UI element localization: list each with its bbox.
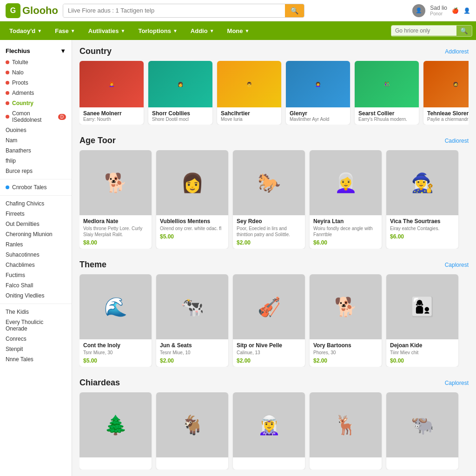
country-cards-row: 👩‍🦰 Sanee Molnerr Earry: Nourth 👩 Shorr … [79,61,469,125]
search-submit-button[interactable]: 🔍 [285,4,304,17]
section-link-chiardeas[interactable]: Caplorest [445,380,469,386]
sidebar-item-nam[interactable]: Nam [0,135,72,145]
card-desc: Eiray eatche Contagies. [390,225,455,231]
card-image: 🐃 [386,392,458,457]
nav-fase-label: Fase [55,27,69,34]
sidebar-item-label: Nalo [12,69,24,76]
sidebar-item-label: Conrecs [6,336,26,342]
section-chiardeas: Chiardeas Caplorest 🌲 🐐 [79,378,469,469]
card-image: 🐕 [79,150,152,215]
card-price: $5.00 [160,233,225,240]
card-image: 👩 [148,61,212,107]
section-link-theme[interactable]: Caplorest [445,262,469,268]
theme-cards-row: 🌊 Cont the Inoly Tsnr Miure, 30 $5.00 🐄 … [79,274,469,367]
chiardeas-cards-row: 🌲 🐐 🧝‍♀️ [79,392,469,469]
card-image: 🦌 [310,392,382,457]
list-item[interactable]: 🐐 [156,392,228,469]
chevron-down-icon: ▼ [210,28,214,33]
list-item[interactable]: 👨 Sahclhrtier Move Iuria [217,61,281,125]
sidebar-item-label: Tolulte [12,59,28,66]
list-item[interactable]: 👩 Shorr Cobllies Shore Dootil mocl [148,61,212,125]
nav-mone[interactable]: Mone ▼ [222,24,255,38]
sidebar-divider [0,304,72,304]
search-input[interactable] [63,4,285,17]
card-name: Sey Rdeo [237,218,301,225]
sidebar-item-out-dernilties[interactable]: Out Dernilties [0,219,72,229]
list-item[interactable]: 🐕 Medlora Nate Vols throne Petty Lore. C… [79,150,152,249]
list-item[interactable]: 🐎 Sey Rdeo Poor, Eoecled in lirs and thi… [233,150,305,249]
list-item[interactable]: 🦌 [310,392,382,469]
sidebar-item-falco-shall[interactable]: Falco Shall [0,280,72,291]
list-item[interactable]: 👩‍🦱 Glenyr Mavlinther Ayr Aold [286,61,350,125]
list-item[interactable]: 🧙‍♀️ Vica The Sourtraes Eiray eatche Con… [386,150,458,249]
sidebar-item-ouoines[interactable]: Ouoines [0,125,72,135]
list-item[interactable]: 👩‍🦰 Sanee Molnerr Earry: Nourth [79,61,144,125]
sidebar-item-comon[interactable]: Comon ISeddolnest D [0,108,72,125]
sidebar-item-fuctims[interactable]: Fuctims [0,270,72,280]
list-item[interactable]: 👫 Searst Collier Earry's Rhuula modern. [355,61,419,125]
sidebar-item-chafing[interactable]: Chafing Chivics [0,198,72,209]
list-item[interactable]: 🧝‍♀️ [233,392,305,469]
list-item[interactable]: 🐄 Jun & Seats Tesnr Miue, 10 $2.00 [156,274,228,367]
sidebar-item-label: The Kidis [6,309,29,315]
nav-fase[interactable]: Fase ▼ [49,24,81,38]
age-tor-cards-row: 🐕 Medlora Nate Vols throne Petty Lore. C… [79,150,469,249]
card-image: 🌊 [79,274,152,339]
user-area: 👤 Sad lio Ponor 🍎 👤 [412,4,470,17]
sidebar-item-nnne-tales[interactable]: Nnne Tales [0,354,72,364]
sidebar-item-every-thoulicic[interactable]: Every Thoulicic Onerade [0,317,72,334]
nav-torloptions[interactable]: Torloptions ▼ [132,24,183,38]
section-header-age-tor: Age Toor Cadiorest [79,136,469,145]
sidebar-item-conrecs[interactable]: Conrecs [0,334,72,344]
apple-icon: 🍎 [452,7,459,14]
secondary-search-button[interactable]: 🔍 [456,26,472,36]
sidebar-header[interactable]: Flechius ▼ [0,45,72,57]
sidebar-item-fhlip[interactable]: fhlip [0,156,72,166]
section-link-age-tor[interactable]: Cadiorest [445,138,469,144]
sidebar-item-label: Oniting Vledlies [6,292,44,299]
sidebar-item-cheroning[interactable]: Cheroning Mlunion [0,229,72,239]
user-info: Sad lio Ponor [430,5,447,16]
sidebar-item-the-kidis[interactable]: The Kidis [0,307,72,317]
card-name: Searst Collier [358,110,415,117]
sidebar-item-nalo[interactable]: Nalo [0,67,72,78]
list-item[interactable]: 👩‍👦 Dejoan Kide Tiinr Miev chit $0.00 [386,274,458,367]
list-item[interactable]: 🌊 Cont the Inoly Tsnr Miure, 30 $5.00 [79,274,152,367]
sidebar-item-ranles[interactable]: Ranles [0,239,72,250]
nav-addio-label: Addio [191,27,208,34]
list-item[interactable]: 🐕 Vory Bartoons Phores, 30 $2.00 [310,274,382,367]
user-sub: Ponor [430,11,447,16]
sidebar-item-cnrobor-tales[interactable]: Cnrobor Tales [0,182,72,192]
sidebar-item-chacblimes[interactable]: Chacblimes [0,260,72,270]
list-item[interactable]: 🎻 Sitp or Nive Pelle Calinue, 13 $2.00 [233,274,305,367]
nav-addio[interactable]: Addio ▼ [185,24,220,38]
list-item[interactable]: 🧔 Tehnleae Slorer Paylie a chiermandrl [423,61,469,125]
dot-icon [6,185,9,189]
sidebar-item-tolulte[interactable]: Tolulte [0,57,72,67]
card-name: Dejoan Kide [390,342,455,349]
sidebar-divider [0,195,72,196]
sidebar-item-stenpit[interactable]: Stenpit [0,344,72,354]
dot-icon [6,81,9,85]
secondary-search-input[interactable] [391,26,456,36]
sidebar-item-suhacotinnes[interactable]: Suhacotinnes [0,250,72,260]
chevron-down-icon: ▼ [173,28,178,33]
sidebar-item-country[interactable]: Country [0,98,72,108]
list-item[interactable]: 🌲 [79,392,152,469]
list-item[interactable]: 👩 Vublellios Mentens Oirend ony crer. wh… [156,150,228,249]
sidebar-item-oniting[interactable]: Oniting Vledlies [0,291,72,301]
card-name [237,460,301,467]
section-link-country[interactable]: Addlorest [445,48,469,55]
sidebar-item-adments[interactable]: Adments [0,88,72,98]
list-item[interactable]: 👩‍🦳 Neyira Ltan Woiru fondly dece angle … [310,150,382,249]
sidebar-item-banathers[interactable]: Banathers [0,145,72,156]
nav-todayd[interactable]: Todaoy'd ▼ [4,24,47,38]
sidebar-item-label: Out Dernilties [6,221,40,227]
card-desc: Tesnr Miue, 10 [160,350,225,356]
list-item[interactable]: 🐃 [386,392,458,469]
card-desc: Oirend ony crer. white odac. fl [160,225,225,231]
sidebar-item-proots[interactable]: Proots [0,78,72,88]
sidebar-item-firreets[interactable]: Firreets [0,209,72,219]
nav-autlivaties[interactable]: Autlivaties ▼ [83,24,131,38]
sidebar-item-burce-reps[interactable]: Burce reps [0,166,72,176]
